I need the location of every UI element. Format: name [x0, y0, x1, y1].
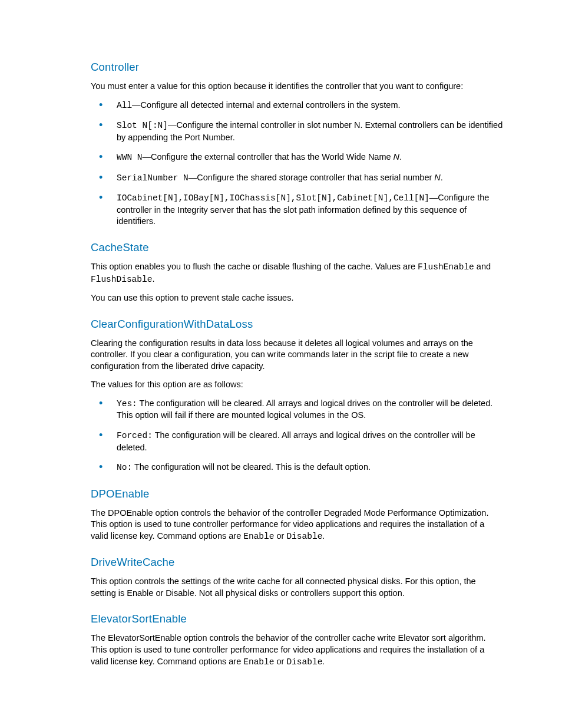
code-all: All — [117, 101, 132, 110]
code-flushenable: FlushEnable — [418, 262, 474, 272]
var-n: N — [394, 152, 399, 162]
list-item: SerialNumber N—Configure the shared stor… — [91, 172, 503, 185]
code-forced: Forced: — [117, 431, 153, 440]
dwc-p1: This option controls the settings of the… — [91, 576, 503, 599]
text: or — [274, 531, 286, 541]
list-item: IOCabinet[N],IOBay[N],IOChassis[N],Slot[… — [91, 192, 503, 228]
heading-clearconfig: ClearConfigurationWithDataLoss — [91, 317, 503, 332]
text: The configuration will be cleared. All a… — [117, 430, 475, 452]
text: This option enables you to flush the cac… — [91, 262, 418, 271]
list-item: WWN N—Configure the external controller … — [91, 151, 503, 164]
code-disable: Disable — [286, 532, 322, 541]
controller-intro: You must enter a value for this option b… — [91, 81, 503, 93]
text: or — [274, 657, 286, 666]
var-n: N — [434, 173, 440, 182]
code-no: No: — [117, 463, 132, 472]
list-item: No: The configuration will not be cleare… — [91, 462, 503, 474]
code-wwn: WWN N — [117, 153, 143, 162]
text: . — [152, 274, 154, 284]
heading-elevatorsortenable: ElevatorSortEnable — [91, 612, 503, 627]
list-item: All—Configure all detected internal and … — [91, 100, 503, 112]
code-enable: Enable — [243, 657, 274, 667]
dpo-p1: The DPOEnable option controls the behavi… — [91, 508, 503, 543]
heading-cachestate: CacheState — [91, 241, 503, 255]
code-flushdisable: FlushDisable — [91, 275, 152, 284]
text: and — [474, 262, 491, 271]
heading-dpoenable: DPOEnable — [91, 487, 503, 502]
controller-list: All—Configure all detected internal and … — [91, 100, 503, 228]
code-disable: Disable — [286, 657, 322, 667]
text: The configuration will not be cleared. T… — [132, 462, 371, 472]
code-slot: Slot N[:N] — [117, 121, 168, 130]
text: —Configure the external controller that … — [143, 152, 394, 162]
text: . — [441, 173, 443, 182]
cachestate-p1: This option enables you to flush the cac… — [91, 261, 503, 285]
clearconfig-list: Yes: The configuration will be cleared. … — [91, 398, 503, 474]
text: —Configure all detected internal and ext… — [132, 100, 400, 110]
list-item: Forced: The configuration will be cleare… — [91, 430, 503, 453]
heading-drivewritecache: DriveWriteCache — [91, 555, 503, 570]
clearconfig-p1: Clearing the configuration results in da… — [91, 338, 503, 373]
code-enable: Enable — [243, 532, 274, 541]
list-item: Yes: The configuration will be cleared. … — [91, 398, 503, 421]
text: The configuration will be cleared. All a… — [117, 398, 492, 420]
esort-p1: The ElevatorSortEnable option controls t… — [91, 633, 503, 668]
text: —Configure the shared storage controller… — [189, 173, 435, 182]
code-io: IOCabinet[N],IOBay[N],IOChassis[N],Slot[… — [117, 193, 429, 203]
list-item: Slot N[:N]—Configure the internal contro… — [91, 120, 503, 143]
clearconfig-p2: The values for this option are as follow… — [91, 379, 503, 391]
cachestate-p2: You can use this option to prevent stale… — [91, 292, 503, 304]
code-serial: SerialNumber N — [117, 173, 189, 183]
text: . — [399, 152, 402, 162]
text: . — [322, 531, 325, 541]
heading-controller: Controller — [91, 60, 503, 75]
text: —Configure the internal controller in sl… — [117, 120, 503, 142]
code-yes: Yes: — [117, 399, 137, 409]
text: . — [322, 657, 325, 666]
